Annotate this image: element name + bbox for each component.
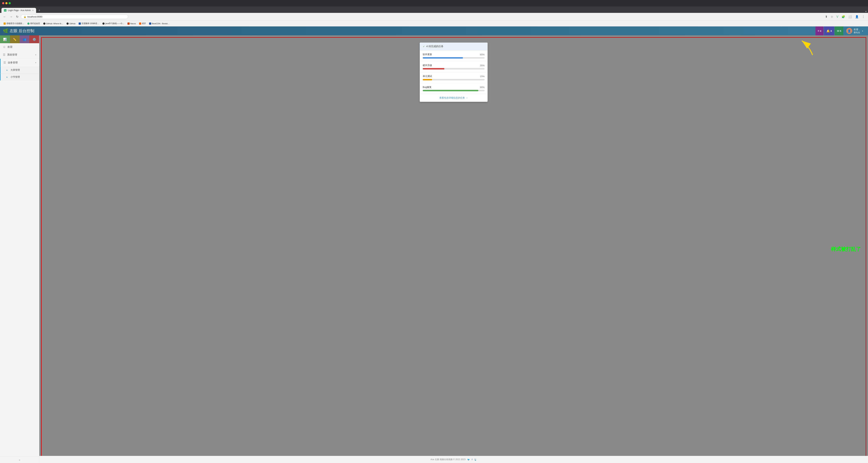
chevron-up-icon: ▾ — [35, 61, 36, 64]
bookmark-baidu[interactable]: 百度翻译-200种语… — [77, 22, 101, 25]
sidebar-toolbar: 📊 ✏️ 👥 ⚙️ — [0, 35, 39, 43]
toolbar-edit-button[interactable]: ✏️ — [10, 35, 20, 43]
bookmark-icon — [66, 23, 69, 25]
task-percent: 90% — [480, 86, 485, 89]
app-body: 📊 ✏️ 👥 ⚙️ ☺ 欢迎 ☰ 系统管理 ▾ — [0, 35, 868, 463]
task-item-header: 软件更新 65% — [423, 53, 485, 56]
main-content: ✓ 4 待完成的任务 软件更新 65% — [39, 35, 868, 463]
main-footer: Ace 左眼 视频在线视频 © 2022 2023 🐦 f 📡 — [39, 456, 868, 463]
system-icon: ☰ — [3, 53, 5, 57]
browser-navbar: ← → ↻ 🔒 localhost:8080 ⬆ ☆ V 🧩 ⬜ 👤 ⋮ — [0, 13, 868, 21]
bookmark-java[interactable]: java学习路线——G… — [101, 22, 126, 25]
sub-arrow-icon: ► — [6, 69, 8, 71]
task-panel-title: 4 待完成的任务 — [426, 45, 443, 48]
bookmark-icon — [149, 23, 151, 25]
progress-bar-fill — [423, 79, 432, 80]
progress-bar-bg — [423, 79, 485, 80]
tab-close-button[interactable]: × — [32, 9, 34, 12]
menu-button[interactable]: ⋮ — [861, 14, 866, 19]
sidebar-collapse-button[interactable]: « — [0, 457, 39, 463]
sidebar-item-chapter[interactable]: ► 大章管理 — [0, 67, 39, 74]
messages-button[interactable]: ✉ 5 — [835, 27, 843, 35]
new-tab-button[interactable]: + — [37, 8, 42, 13]
task-percent: 15% — [480, 75, 485, 78]
refresh-button[interactable]: ↻ — [15, 14, 20, 19]
rss-icon: 📡 — [474, 458, 477, 461]
bookmark-xiaoshuo[interactable]: 吞噬星空小说最新… — [2, 22, 26, 25]
bookmark-github1[interactable]: GitHub: Where th… — [42, 22, 65, 25]
header-right: ≡ 4 🔔 8 ✉ 5 👤 欢迎， 唐先生 — [815, 27, 865, 35]
sidebar-nav: ☺ 欢迎 ☰ 系统管理 ▾ ☰ 业务管理 ▾ ► 大 — [0, 43, 39, 457]
address-bar[interactable]: 🔒 localhost:8080 — [21, 14, 128, 19]
forward-button[interactable]: → — [8, 14, 13, 19]
task-name: Bug修复 — [423, 86, 432, 89]
address-text: localhost:8080 — [27, 15, 42, 18]
toolbar-settings-button[interactable]: ⚙️ — [29, 35, 39, 43]
bookmark-bootcdn[interactable]: BootCDN - Bootst… — [148, 22, 171, 25]
task-item-software: 软件更新 65% — [420, 51, 488, 61]
mail-icon: ✉ — [837, 29, 839, 33]
bookmark-icon — [43, 23, 45, 25]
task-check-icon: ✓ — [423, 45, 425, 48]
sidebar-item-label: 系统管理 — [7, 53, 17, 57]
facebook-icon: f — [472, 458, 472, 461]
sidebar-item-business[interactable]: ☰ 业务管理 ▾ — [0, 59, 39, 67]
sidebar-button[interactable]: ⬜ — [847, 14, 853, 19]
task-panel: ✓ 4 待完成的任务 软件更新 65% — [420, 42, 488, 102]
task-item-hardware: 硬件升级 35% — [420, 61, 488, 72]
business-icon: ☰ — [3, 61, 6, 64]
extensions-button[interactable]: 🧩 — [840, 14, 846, 19]
profile-button[interactable]: 👤 — [854, 14, 860, 19]
bookmark-icon — [4, 23, 6, 25]
browser-titlebar — [0, 0, 868, 6]
chevron-down-icon: ▾ — [35, 54, 36, 56]
user-avatar: 👤 — [846, 28, 852, 34]
sidebar-item-section[interactable]: ► 小节管理 — [0, 74, 39, 80]
notifications-button[interactable]: 🔔 8 — [824, 27, 834, 35]
bookmark-huya[interactable]: 虎牙 — [137, 22, 147, 25]
active-tab[interactable]: V Login Page - Ace Admin × — [1, 8, 36, 13]
tab-menu-button[interactable]: ▾ — [865, 10, 867, 13]
logo-leaf-icon: 🌿 — [3, 28, 8, 33]
view-all-tasks-link[interactable]: 查看包含详细信息的任务 → — [439, 96, 468, 99]
bookmark-button[interactable]: ☆ — [830, 14, 834, 19]
bookmark-icon — [27, 23, 30, 25]
user-menu[interactable]: 👤 欢迎， 唐先生 ▾ — [844, 28, 865, 34]
sidebar-item-system[interactable]: ☰ 系统管理 ▾ — [0, 51, 39, 59]
bookmark-qingning[interactable]: 青柠起始页 — [26, 22, 41, 25]
bookmark-nacos[interactable]: Nacos — [126, 22, 137, 25]
task-percent: 65% — [480, 53, 485, 56]
bookmark-github2[interactable]: GitHub — [65, 22, 77, 25]
share-button[interactable]: ⬆ — [824, 14, 829, 19]
annotation-text: 样式被打乱了 — [831, 246, 861, 253]
mail-badge: 5 — [840, 30, 841, 32]
bell-badge: 8 — [831, 30, 832, 32]
progress-bar-bg — [423, 57, 485, 59]
extension-v-button[interactable]: V — [835, 14, 839, 19]
minimize-traffic-light[interactable] — [5, 2, 7, 4]
address-lock-icon: 🔒 — [24, 15, 26, 18]
task-name: 硬件升级 — [423, 64, 432, 67]
bookmarks-bar: 吞噬星空小说最新… 青柠起始页 GitHub: Where th… GitHub… — [0, 21, 868, 27]
app-logo: 🌿 左眼 后台控制 — [3, 28, 34, 34]
tasks-badge: 4 — [820, 30, 821, 32]
fullscreen-traffic-light[interactable] — [8, 2, 11, 4]
progress-bar-bg — [423, 68, 485, 69]
task-panel-header: ✓ 4 待完成的任务 — [420, 43, 488, 51]
tasks-button[interactable]: ≡ 4 — [815, 27, 824, 35]
task-item-unit-test: 单元测试 15% — [420, 72, 488, 83]
toolbar-users-button[interactable]: 👥 — [20, 35, 30, 43]
sidebar-item-welcome[interactable]: ☺ 欢迎 — [0, 43, 39, 51]
progress-bar-bg — [423, 90, 485, 91]
bookmark-icon — [139, 23, 141, 25]
close-traffic-light[interactable] — [2, 2, 4, 4]
sidebar-item-label: 大章管理 — [10, 68, 20, 72]
sidebar-item-label: 小节管理 — [10, 75, 20, 78]
task-name: 软件更新 — [423, 53, 432, 56]
bell-icon: 🔔 — [826, 29, 830, 33]
sidebar-item-label: 欢迎 — [7, 45, 12, 48]
back-button[interactable]: ← — [2, 14, 7, 19]
tab-title: Login Page - Ace Admin — [8, 9, 31, 11]
traffic-lights — [2, 2, 11, 4]
toolbar-chart-button[interactable]: 📊 — [0, 35, 10, 43]
